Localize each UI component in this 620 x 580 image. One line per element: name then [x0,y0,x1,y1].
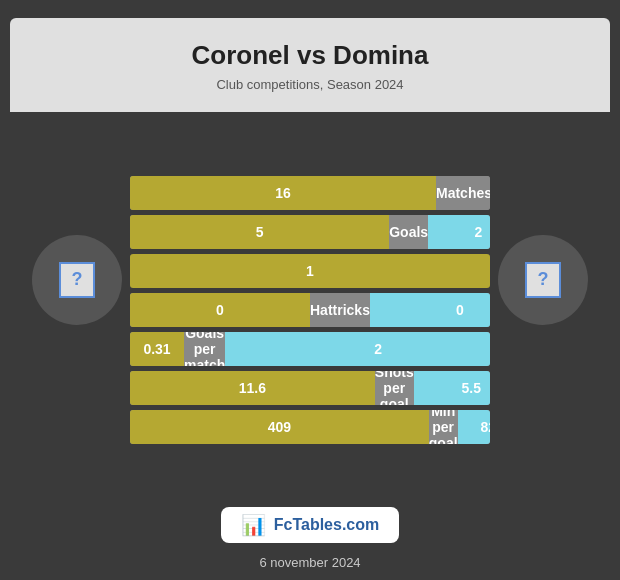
bar-label-mpg: Min per goal [429,410,458,444]
page-title: Coronel vs Domina [10,30,610,75]
bar-row-mpg: 409Min per goal82 [130,410,490,444]
bar-label-hattricks: Hattricks [310,293,370,327]
avatar-right: ? [498,235,588,325]
avatar-right-placeholder: ? [525,262,561,298]
bar-row-goals: 5Goals2 [130,215,490,249]
bar-label-gpm: Goals per match [184,332,225,366]
bar-left-hattricks: 0 [130,293,310,327]
bar-right-gpm: 2 [225,332,490,366]
subtitle: Club competitions, Season 2024 [10,77,610,92]
bar-label-goals: Goals [389,215,428,249]
bar-label-matches: Matches [436,176,490,210]
bar-row-gpm: 0.31Goals per match2 [130,332,490,366]
card: Coronel vs Domina Club competitions, Sea… [0,0,620,580]
bar-right-mpg: 82 [458,410,490,444]
bar-label-spg: Shots per goal [375,371,414,405]
logo-icon: 📊 [241,513,266,537]
logo-area: 📊 FcTables.com [221,507,400,543]
bar-left-assists: 1 [130,254,490,288]
bar-right-hattricks: 0 [370,293,490,327]
bars-container: 16Matches15Goals21Assists00Hattricks00.3… [130,176,490,444]
bar-left-spg: 11.6 [130,371,375,405]
avatar-left-placeholder: ? [59,262,95,298]
bar-right-spg: 5.5 [414,371,490,405]
bar-left-goals: 5 [130,215,389,249]
bar-left-gpm: 0.31 [130,332,184,366]
bar-left-mpg: 409 [130,410,429,444]
stats-section: ? 16Matches15Goals21Assists00Hattricks00… [10,122,610,497]
avatar-left: ? [32,235,122,325]
bar-row-assists: 1Assists0 [130,254,490,288]
bar-row-hattricks: 0Hattricks0 [130,293,490,327]
bar-left-matches: 16 [130,176,436,210]
bar-row-matches: 16Matches1 [130,176,490,210]
logo-text: FcTables.com [274,516,380,534]
bar-row-spg: 11.6Shots per goal5.5 [130,371,490,405]
bar-right-goals: 2 [428,215,490,249]
date-text: 6 november 2024 [259,555,360,570]
